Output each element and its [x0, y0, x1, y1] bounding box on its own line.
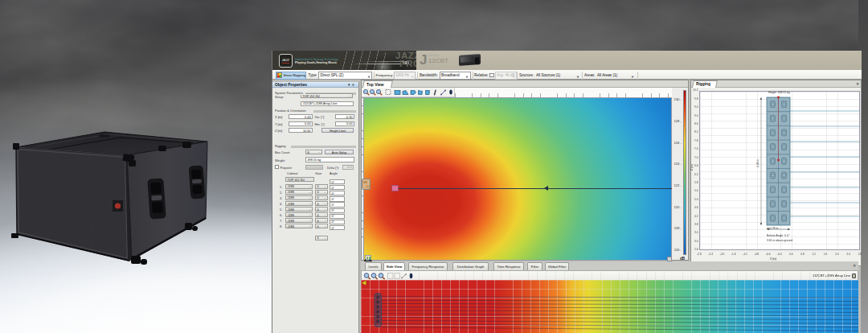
svg-text:4.48 m: 4.48 m — [756, 158, 760, 167]
